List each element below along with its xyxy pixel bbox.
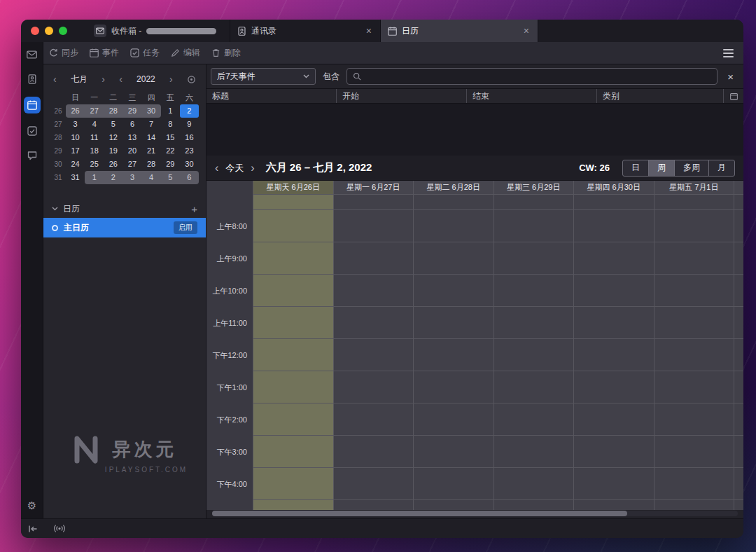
column-header-start[interactable]: 开始 [337,89,467,103]
time-cell[interactable] [654,436,734,468]
time-cell[interactable] [573,468,654,500]
time-cell[interactable] [253,242,333,275]
time-cell[interactable] [333,307,414,339]
mini-day[interactable]: 22 [161,144,180,158]
time-cell[interactable] [654,210,734,242]
day-column-header[interactable]: 星期天 6月26日 [253,181,333,195]
mini-day[interactable]: 16 [180,131,199,144]
search-input[interactable] [365,71,711,81]
mini-day[interactable]: 2 [104,171,122,184]
mini-day[interactable]: 30 [180,158,199,171]
time-cell[interactable] [654,371,734,403]
view-day-button[interactable]: 日 [622,160,649,177]
mini-day[interactable]: 11 [85,131,104,144]
mini-day[interactable]: 30 [142,104,161,118]
search-box[interactable] [346,68,718,85]
tab-calendar[interactable]: 日历 × [381,20,538,42]
mini-day[interactable]: 4 [85,118,104,131]
time-cell[interactable] [413,500,493,510]
time-cell[interactable] [253,275,333,307]
minimize-window-button[interactable] [45,27,53,35]
next-year-button[interactable]: › [169,74,173,84]
column-picker-icon[interactable] [724,89,743,103]
time-cell[interactable] [333,371,414,403]
prev-week-button[interactable]: ‹ [215,163,218,174]
column-header-category[interactable]: 类别 [597,89,724,103]
time-cell[interactable] [333,275,414,307]
mini-day[interactable]: 27 [122,158,141,171]
close-window-button[interactable] [31,27,39,35]
mini-day[interactable]: 2 [180,104,199,118]
mini-day[interactable]: 1 [85,171,104,184]
mini-day[interactable]: 10 [66,131,85,144]
time-cell[interactable] [573,275,654,307]
column-header-end[interactable]: 结束 [467,89,597,103]
mini-day[interactable]: 3 [122,171,141,184]
day-column-header[interactable]: 星期五 7月1日 [654,181,734,195]
mini-day[interactable]: 6 [180,171,199,184]
chat-space-button[interactable] [25,149,39,163]
mini-day[interactable]: 27 [85,104,104,118]
time-cell[interactable] [253,307,333,339]
view-week-button[interactable]: 周 [648,160,675,177]
mini-day[interactable]: 6 [122,118,141,131]
time-cell[interactable] [413,436,493,468]
time-cell[interactable] [493,275,574,307]
time-cell[interactable] [493,371,574,403]
time-cell[interactable] [333,210,414,242]
mini-day[interactable]: 26 [104,158,122,171]
calendar-space-button[interactable] [24,97,41,113]
view-month-button[interactable]: 月 [708,160,735,177]
time-cell[interactable] [493,307,574,339]
time-cell[interactable] [253,403,333,436]
event-filter-dropdown[interactable]: 后7天事件 [211,68,316,85]
mini-day[interactable]: 21 [142,144,161,158]
mini-day[interactable]: 26 [66,104,85,118]
tab-inbox[interactable]: 收件箱 - [87,20,230,42]
time-cell[interactable] [654,242,734,275]
time-cell[interactable] [493,210,574,242]
time-cell[interactable] [333,242,414,275]
day-column-header[interactable]: 星期四 6月30日 [573,181,654,195]
chevron-down-icon[interactable] [52,207,58,211]
calendar-item-main[interactable]: 主日历 启用 [43,218,206,237]
time-cell[interactable] [573,403,654,436]
app-menu-button[interactable] [722,46,735,60]
time-cell[interactable] [253,468,333,500]
close-tab-icon[interactable]: × [365,25,373,36]
new-task-button[interactable]: 任务 [130,47,160,59]
close-tab-icon[interactable]: × [522,25,531,36]
time-cell[interactable] [573,371,654,403]
sync-button[interactable]: 同步 [49,47,78,59]
time-cell[interactable] [333,339,414,371]
mini-day[interactable]: 20 [122,144,141,158]
jump-to-today-icon[interactable] [187,75,196,84]
time-cell[interactable] [253,371,333,403]
mini-day[interactable]: 18 [85,144,104,158]
day-column-header[interactable]: 星期三 6月29日 [493,181,574,195]
network-status-icon[interactable] [53,524,66,533]
allday-cell[interactable] [493,195,574,210]
time-cell[interactable] [413,468,493,500]
time-cell[interactable] [413,242,493,275]
mini-day[interactable]: 5 [161,171,180,184]
time-cell[interactable] [573,436,654,468]
allday-cell[interactable] [413,195,493,210]
time-cell[interactable] [654,307,734,339]
time-cell[interactable] [654,339,734,371]
mini-day[interactable]: 12 [104,131,122,144]
time-cell[interactable] [654,403,734,436]
mini-day[interactable]: 8 [161,118,180,131]
next-month-button[interactable]: › [102,74,105,84]
time-cell[interactable] [253,210,333,242]
new-event-button[interactable]: 事件 [90,47,119,59]
time-cell[interactable] [573,210,654,242]
allday-cell[interactable] [654,195,734,210]
time-cell[interactable] [573,500,654,510]
allday-cell[interactable] [573,195,654,210]
next-week-button[interactable]: › [251,163,254,174]
time-cell[interactable] [333,403,414,436]
time-cell[interactable] [333,436,414,468]
time-cell[interactable] [333,468,414,500]
collapse-sidebar-icon[interactable] [28,525,38,533]
